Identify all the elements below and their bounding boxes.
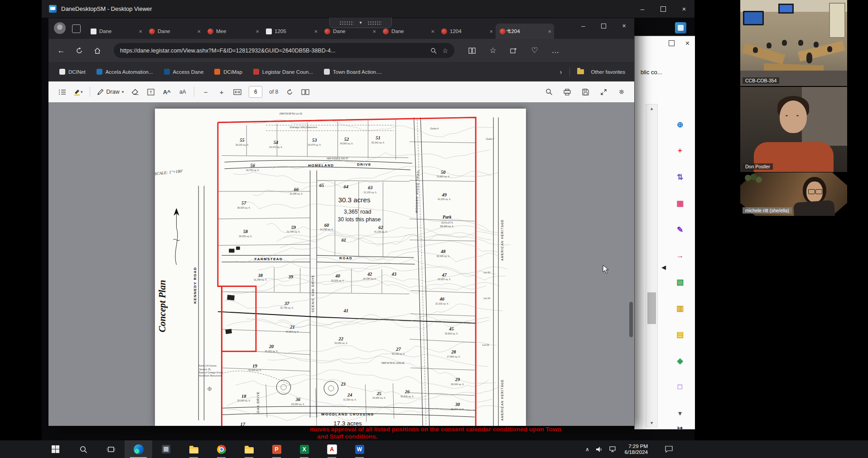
fullscreen-icon[interactable] xyxy=(599,86,608,98)
tab-close-icon[interactable]: × xyxy=(197,28,201,35)
zoom-in-button[interactable]: + xyxy=(217,86,226,98)
other-favorites[interactable]: Other favorites xyxy=(591,69,625,75)
browser-tab[interactable]: 1204× xyxy=(437,24,496,39)
copy-pages-icon[interactable]: ▥ xyxy=(674,302,686,314)
stamp-icon[interactable]: ◈ xyxy=(674,355,686,367)
zoom-out-button[interactable]: − xyxy=(201,86,210,98)
collapse-arrow-icon[interactable]: ◀ xyxy=(661,264,666,271)
highlighter-icon[interactable]: ▾ xyxy=(73,86,83,98)
network-icon[interactable] xyxy=(609,446,617,452)
split-screen-icon[interactable] xyxy=(465,43,479,59)
browser-tab[interactable]: Mee× xyxy=(203,24,262,39)
tab-actions-icon[interactable] xyxy=(72,24,81,33)
browser-close-button[interactable]: × xyxy=(614,18,634,33)
scroll-thumb[interactable] xyxy=(647,292,656,324)
page-number-input[interactable]: 6 xyxy=(249,86,262,98)
url-text[interactable]: https://dane.legistar.com/View.ashx?M=F&… xyxy=(120,48,425,54)
word-app[interactable]: W xyxy=(346,440,373,458)
add-text-icon[interactable]: A^ xyxy=(162,86,171,98)
comment-icon[interactable]: ▤ xyxy=(674,329,686,340)
new-tab-button[interactable]: + xyxy=(502,25,514,36)
profile-avatar[interactable] xyxy=(54,22,66,34)
collections-icon[interactable] xyxy=(507,43,521,59)
scroll-down-icon[interactable]: ▾ xyxy=(646,420,657,426)
browser-maximize-button[interactable] xyxy=(593,18,614,33)
browser-minimize-button[interactable]: – xyxy=(573,18,593,33)
search-icon[interactable] xyxy=(545,86,554,98)
task-view-button[interactable] xyxy=(97,440,125,458)
folder-app[interactable] xyxy=(235,440,263,458)
bg-scrollbar[interactable]: ▴ ▾ xyxy=(646,104,658,427)
pdf-scrollbar[interactable] xyxy=(629,102,633,426)
tab-close-icon[interactable]: × xyxy=(139,28,142,35)
snapshot-icon[interactable]: ▧ xyxy=(674,276,686,288)
close-button[interactable]: × xyxy=(674,0,694,18)
document-outline-icon[interactable] xyxy=(58,86,67,98)
page-layout-icon[interactable] xyxy=(301,86,310,98)
layout-icon[interactable]: ▦ xyxy=(674,197,686,209)
bookmark-item[interactable]: DCiMap xyxy=(214,69,242,75)
bookmark-item[interactable]: DCINet xyxy=(59,69,86,75)
file-explorer-app[interactable] xyxy=(180,440,207,458)
chrome-app[interactable] xyxy=(207,440,235,458)
save-icon[interactable] xyxy=(581,86,590,98)
edge-app[interactable] xyxy=(125,440,152,458)
rotate-icon[interactable] xyxy=(285,86,294,98)
more-menu-icon[interactable]: … xyxy=(549,43,562,59)
refresh-button[interactable] xyxy=(70,43,88,59)
powerpoint-app[interactable]: P xyxy=(263,440,290,458)
scroll-up-icon[interactable]: ▴ xyxy=(646,105,657,111)
search-button[interactable] xyxy=(69,440,97,458)
convert-icon[interactable]: ⇅ xyxy=(674,171,686,183)
tab-close-icon[interactable]: × xyxy=(256,28,259,35)
hidden-icons-chevron-icon[interactable]: ∧ xyxy=(585,446,589,453)
citrix-toolbar-handle[interactable]: ▾ xyxy=(329,18,392,28)
start-button[interactable] xyxy=(42,440,69,458)
app-icon[interactable] xyxy=(675,22,686,33)
bookmark-item[interactable]: Access Dane xyxy=(164,69,204,75)
excel-app[interactable]: X xyxy=(290,440,318,458)
tab-close-icon[interactable]: × xyxy=(372,28,376,35)
bookmark-item[interactable]: Town Board Action.... xyxy=(324,69,382,75)
search-in-page-icon[interactable] xyxy=(430,48,437,54)
acrobat-app[interactable]: A xyxy=(318,440,346,458)
fit-width-icon[interactable] xyxy=(233,86,242,98)
bookmark-item[interactable]: Legistar Dane Coun... xyxy=(253,69,313,75)
volume-icon[interactable] xyxy=(596,446,603,453)
pull-down-arrow-icon[interactable]: ▾ xyxy=(359,20,362,25)
bookmark-item[interactable]: Accela Automation... xyxy=(96,69,153,75)
pdf-viewer-area[interactable]: Concept PlanKENNEDY ROADOAK DRIVESCALE: … xyxy=(48,102,634,426)
text-box-icon[interactable]: T xyxy=(146,86,155,98)
minimize-button[interactable]: – xyxy=(632,0,653,18)
pdf-scroll-thumb[interactable] xyxy=(629,302,633,337)
zoom-tool-icon[interactable]: ⊕ xyxy=(674,119,686,130)
print-icon[interactable] xyxy=(563,86,572,98)
draw-tool[interactable]: Draw ▾ xyxy=(97,88,124,95)
shape-icon[interactable]: □ xyxy=(674,381,686,393)
export-icon[interactable]: → xyxy=(674,250,686,262)
browser-tab[interactable]: Dane× xyxy=(145,24,203,39)
settings-gear-icon[interactable] xyxy=(617,86,626,98)
taskbar-clock[interactable]: 7:29 PM 6/18/2024 xyxy=(625,444,648,455)
address-bar[interactable]: https://dane.legistar.com/View.ashx?M=F&… xyxy=(114,43,454,58)
browser-tab[interactable]: 1205× xyxy=(262,24,320,39)
browser-tab[interactable]: Dane× xyxy=(87,24,145,39)
tab-close-icon[interactable]: × xyxy=(431,28,434,35)
bookmarks-overflow-icon[interactable]: › xyxy=(560,68,562,76)
home-button[interactable] xyxy=(88,43,106,59)
maximize-button[interactable] xyxy=(653,0,674,18)
read-aloud-icon[interactable]: aA xyxy=(178,86,187,98)
favorite-star-icon[interactable]: ☆ xyxy=(442,47,448,54)
notifications-icon[interactable] xyxy=(665,446,673,453)
bg-close-button[interactable]: × xyxy=(685,41,690,46)
eraser-icon[interactable] xyxy=(130,86,140,98)
mail-app[interactable] xyxy=(152,440,180,458)
bg-maximize-button[interactable] xyxy=(669,40,675,46)
browser-essentials-icon[interactable]: ♡ xyxy=(528,43,541,59)
chevron-down-icon[interactable]: ▾ xyxy=(674,407,686,419)
sign-icon[interactable]: ✎ xyxy=(674,224,686,235)
tab-close-icon[interactable]: × xyxy=(548,28,551,35)
favorites-bar-icon[interactable]: ☆ xyxy=(486,43,500,59)
back-button[interactable]: ← xyxy=(52,43,70,59)
pdf-create-icon[interactable]: + xyxy=(674,145,686,157)
